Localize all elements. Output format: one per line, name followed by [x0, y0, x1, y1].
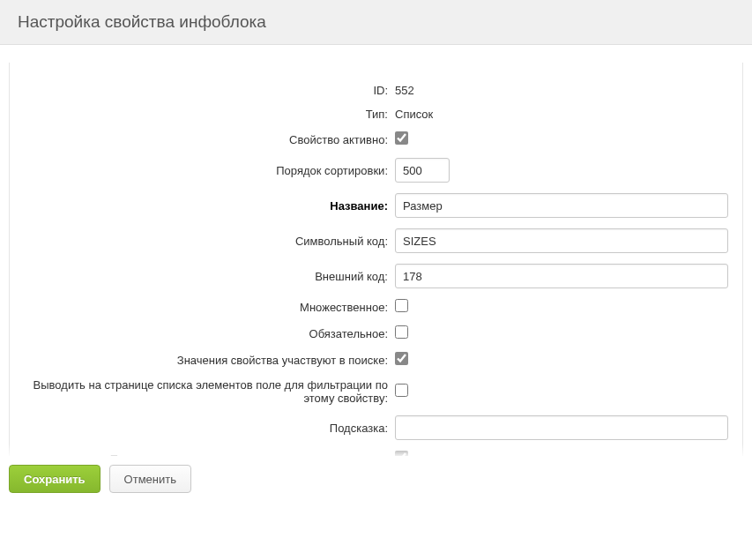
active-label: Свойство активно:	[20, 126, 391, 153]
row-type: Тип: Список	[20, 102, 732, 126]
row-searchable: Значения свойства участвуют в поиске:	[20, 347, 732, 373]
form-inner: ID: 552 Тип: Список Свойство активно: По…	[9, 63, 743, 504]
searchable-checkbox[interactable]	[395, 352, 408, 365]
page-title: Настройка свойства инфоблока	[18, 12, 734, 32]
page-header: Настройка свойства инфоблока	[0, 0, 752, 45]
xml-label: Внешний код:	[20, 258, 391, 294]
property-form-table: ID: 552 Тип: Список Свойство активно: По…	[20, 78, 732, 504]
code-input[interactable]	[395, 228, 728, 253]
searchable-label: Значения свойства участвуют в поиске:	[20, 347, 391, 373]
type-label: Тип:	[20, 102, 391, 126]
required-checkbox[interactable]	[395, 325, 408, 339]
save-button[interactable]: Сохранить	[9, 465, 101, 493]
hint-input[interactable]	[395, 415, 728, 440]
multiple-checkbox[interactable]	[395, 299, 408, 312]
name-label: Название:	[20, 188, 391, 223]
row-name: Название:	[20, 188, 732, 223]
hint-label: Подсказка:	[20, 410, 391, 445]
name-input[interactable]	[395, 193, 728, 218]
row-xml: Внешний код:	[20, 258, 732, 294]
sort-label: Порядок сортировки:	[20, 153, 391, 188]
row-id: ID: 552	[20, 78, 732, 102]
multiple-label: Множественное:	[20, 294, 391, 320]
row-hint: Подсказка:	[20, 410, 732, 445]
xml-input[interactable]	[395, 264, 728, 288]
filter-checkbox[interactable]	[395, 384, 408, 397]
sort-input[interactable]	[395, 158, 450, 183]
code-label: Символьный код:	[20, 223, 391, 258]
filter-label: Выводить на странице списка элементов по…	[20, 373, 391, 410]
cancel-button[interactable]: Отменить	[109, 465, 191, 493]
row-sort: Порядок сортировки:	[20, 153, 732, 188]
row-code: Символьный код:	[20, 223, 732, 258]
form-container: ID: 552 Тип: Список Свойство активно: По…	[0, 45, 752, 504]
row-required: Обязательное:	[20, 320, 732, 347]
id-value: 552	[391, 78, 732, 102]
row-multiple: Множественное:	[20, 294, 732, 320]
required-label: Обязательное:	[20, 320, 391, 347]
type-value: Список	[391, 102, 732, 126]
id-label: ID:	[20, 78, 391, 102]
active-checkbox[interactable]	[395, 131, 408, 145]
footer-actions: Сохранить Отменить	[0, 456, 752, 504]
row-active: Свойство активно:	[20, 126, 732, 153]
row-filter: Выводить на странице списка элементов по…	[20, 373, 732, 410]
